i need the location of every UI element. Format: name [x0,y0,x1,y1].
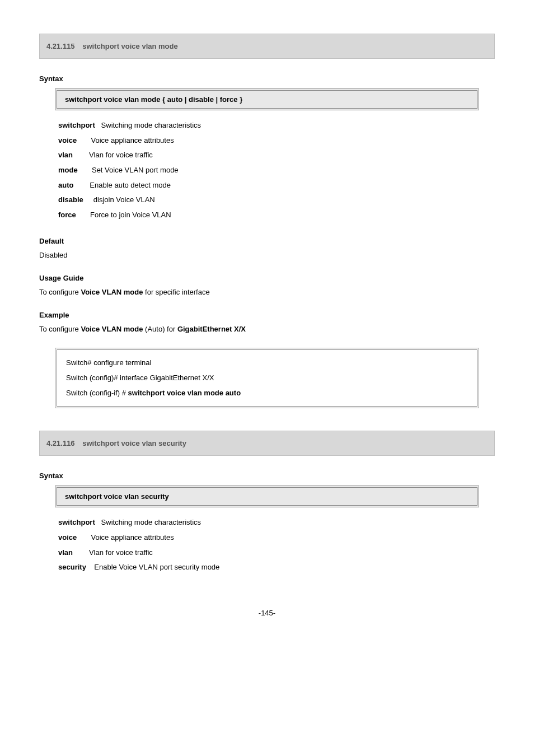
default-label: Default [39,237,495,245]
example-line-text: Switch (config-if) # switchport voice vl… [66,389,241,397]
usage-bold: Voice VLAN mode [81,288,143,296]
syntax-box: switchport voice vlan mode { auto | disa… [55,88,479,110]
param-desc: Voice appliance attributes [77,136,174,144]
param-kw: mode [58,166,78,174]
usage-text: To configure Voice VLAN mode for specifi… [39,288,495,296]
param-kw: switchport [58,121,95,129]
section-number: 4.21.116 [46,439,75,447]
param-kw: disable [58,195,83,204]
param-desc: Force to join Voice VLAN [76,211,171,219]
usage-suffix: for specific interface [143,288,209,296]
param-desc: disjoin Voice VLAN [83,195,155,204]
syntax-label: Syntax [39,74,495,83]
param-desc: Vlan for voice traffic [73,151,153,159]
example-line: Switch (config)# interface GigabitEthern… [66,371,468,386]
example-line: Switch (config-if) # switchport voice vl… [66,386,468,401]
example-bold: Voice VLAN mode [81,325,143,333]
param-desc: Switching mode characteristics [95,518,201,526]
parameter-block: switchport Switching mode characteristic… [58,118,495,222]
syntax-box: switchport voice vlan security [55,486,479,507]
section-title: switchport voice vlan security [82,439,186,447]
param-kw: security [58,563,86,571]
section-title: switchport voice vlan mode [82,42,178,50]
page-number: -145- [39,609,495,617]
example-intro: To configure Voice VLAN mode (Auto) for … [39,325,495,333]
param-kw: voice [58,136,77,144]
param-kw: vlan [58,151,73,159]
example-line: Switch# configure terminal [66,356,468,371]
example-box: Switch# configure terminal Switch (confi… [55,348,479,408]
default-value: Disabled [39,251,495,259]
usage-prefix: To configure [39,288,81,296]
usage-label: Usage Guide [39,274,495,282]
example-bold2: GigabitEthernet X/X [177,325,246,333]
syntax-text: switchport voice vlan mode { auto | disa… [65,95,242,104]
syntax-text: switchport voice vlan security [65,492,169,501]
param-desc: Set Voice VLAN port mode [78,166,179,174]
section-header-1: 4.21.115 switchport voice vlan mode [39,34,495,59]
param-desc: Voice appliance attributes [77,533,174,542]
param-kw: voice [58,533,77,542]
param-kw: force [58,211,76,219]
section-number: 4.21.115 [46,42,75,50]
param-desc: Vlan for voice traffic [73,548,153,557]
syntax-label: Syntax [39,472,495,480]
example-mid: (Auto) for [143,325,177,333]
param-desc: Enable Voice VLAN port security mode [86,563,219,571]
example-label: Example [39,311,495,319]
example-prefix: To configure [39,325,81,333]
param-desc: Enable auto detect mode [73,181,170,189]
section-header-2: 4.21.116 switchport voice vlan security [39,431,495,456]
parameter-block: switchport Switching mode characteristic… [58,515,495,575]
param-kw: auto [58,181,73,189]
param-desc: Switching mode characteristics [95,121,201,129]
param-kw: switchport [58,518,95,526]
param-kw: vlan [58,548,73,557]
